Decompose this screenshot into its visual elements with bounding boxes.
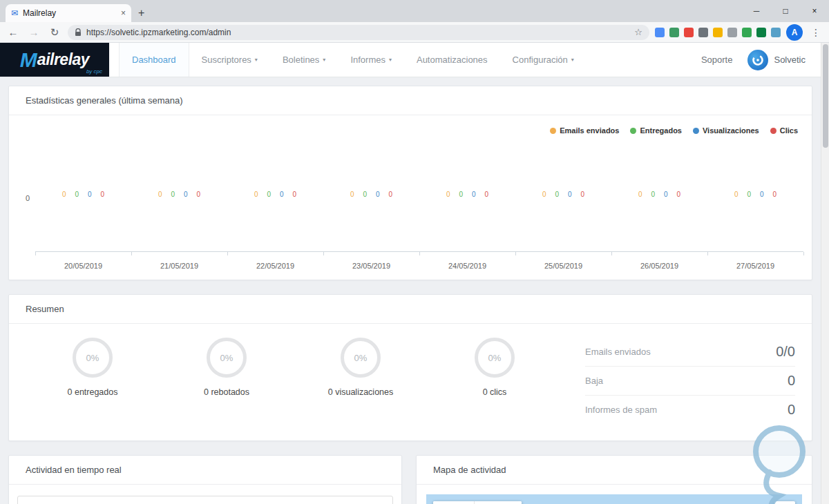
fullscreen-button[interactable] [774, 501, 795, 504]
stats-card: Estadísticas generales (última semana) E… [8, 86, 812, 280]
scrollbar-thumb[interactable] [823, 44, 828, 148]
axis-tick [131, 252, 132, 255]
stat-value: 0 [788, 373, 795, 389]
page-scrollbar[interactable] [821, 43, 829, 504]
solvetic-logo-icon [747, 50, 768, 70]
stat-label: Informes de spam [585, 405, 657, 415]
point-label-group: 0000 [35, 191, 131, 198]
point-value-label: 0 [747, 191, 751, 198]
stat-row-baja: Baja 0 [585, 367, 795, 396]
donut-entregados: 0% 0 entregados [26, 338, 160, 397]
point-value-label: 0 [171, 191, 175, 198]
nav-item-suscriptores[interactable]: Suscriptores▾ [189, 43, 270, 77]
account-button[interactable]: Solvetic [747, 50, 806, 70]
point-value-label: 0 [773, 191, 777, 198]
activity-card-title: Actividad en tiempo real [9, 456, 401, 485]
satellite-view-button[interactable]: Satélite [474, 501, 522, 504]
donut-percent: 0% [220, 353, 234, 363]
stat-value: 0/0 [776, 344, 795, 360]
extension-icon-6[interactable] [727, 28, 737, 37]
profile-avatar[interactable]: A [786, 24, 803, 41]
point-label-group: 0000 [515, 191, 611, 198]
dashboard-content: Estadísticas generales (última semana) E… [0, 77, 821, 504]
summary-stats: Emails enviados 0/0 Baja 0 Informes de s… [585, 338, 795, 424]
support-link[interactable]: Soporte [701, 55, 733, 65]
point-value-label: 0 [62, 191, 66, 198]
extension-icon-1[interactable] [655, 28, 665, 37]
point-value-label: 0 [376, 191, 380, 198]
address-bar[interactable]: https://solvetic.ipzmarketing.com/admin … [68, 25, 649, 40]
nav-item-label: Dashboard [132, 55, 176, 65]
browser-menu-icon[interactable]: ⋮ [808, 27, 823, 38]
activity-body: No hay actividad reciente. [9, 485, 401, 504]
extension-icon-9[interactable] [771, 28, 781, 37]
point-value-label: 0 [75, 191, 79, 198]
donut-ring: 0% [207, 338, 247, 378]
axis-tick [227, 252, 228, 255]
legend-label: Emails enviados [560, 126, 619, 135]
tab-close-icon[interactable]: × [121, 8, 126, 18]
y-axis-label: 0 [26, 194, 30, 202]
point-value-label: 0 [677, 191, 681, 198]
nav-item-dashboard[interactable]: Dashboard [119, 43, 189, 77]
map-view-button[interactable]: Mapa [433, 501, 474, 504]
summary-body: 0% 0 entregados 0% 0 rebotados 0% 0 visu… [9, 324, 812, 440]
donut-label: 0 visualizaciones [328, 387, 394, 397]
nav-item-automatizaciones[interactable]: Automatizaciones [404, 43, 500, 77]
point-value-label: 0 [485, 191, 489, 198]
x-axis-label: 24/05/2019 [419, 262, 515, 270]
donut-percent: 0% [488, 353, 502, 363]
extension-icon-2[interactable] [669, 28, 679, 37]
extension-icon-5[interactable] [713, 28, 723, 37]
mailrelay-logo[interactable]: Mailrelay by cpc [0, 43, 109, 77]
close-button[interactable]: × [800, 0, 829, 22]
new-tab-button[interactable]: + [138, 7, 144, 19]
minimize-button[interactable]: ─ [742, 0, 771, 22]
nav-item-boletines[interactable]: Boletines▾ [270, 43, 339, 77]
activity-map[interactable]: Mapa Satélite [426, 494, 802, 504]
axis-tick [35, 252, 36, 255]
donut-label: 0 clics [483, 387, 507, 397]
logo-m: M [20, 50, 37, 70]
donut-label: 0 entregados [68, 387, 118, 397]
window-controls: ─ □ × [742, 0, 829, 22]
legend-label: Entregados [640, 126, 682, 135]
back-button[interactable]: ← [6, 26, 21, 38]
forward-button[interactable]: → [26, 26, 41, 38]
legend-item-entregados[interactable]: Entregados [630, 126, 682, 135]
reload-button[interactable]: ↻ [47, 26, 62, 39]
maximize-button[interactable]: □ [771, 0, 800, 22]
tab-title: Mailrelay [23, 8, 116, 18]
point-label-group: 0000 [323, 191, 419, 198]
legend-item-clics[interactable]: Clics [770, 126, 798, 135]
lock-icon[interactable] [75, 28, 82, 37]
extension-icon-4[interactable] [698, 28, 708, 37]
legend-item-emails-enviados[interactable]: Emails enviados [550, 126, 619, 135]
logo-byline: by cpc [86, 68, 102, 75]
axis-tick [707, 252, 708, 255]
browser-tab[interactable]: ✉ Mailrelay × [6, 4, 131, 22]
point-label-group: 0000 [611, 191, 707, 198]
extension-icon-8[interactable] [756, 28, 766, 37]
chevron-down-icon: ▾ [323, 57, 325, 63]
point-value-label: 0 [472, 191, 476, 198]
nav-item-configuracion[interactable]: Configuración▾ [500, 43, 587, 77]
x-axis-label: 21/05/2019 [131, 262, 227, 270]
bottom-row: Actividad en tiempo real No hay activida… [0, 455, 821, 504]
bookmark-star-icon[interactable]: ☆ [634, 27, 642, 37]
x-axis-label: 22/05/2019 [227, 262, 323, 270]
extension-icon-7[interactable] [742, 28, 752, 37]
point-value-label: 0 [459, 191, 463, 198]
donut-rebotados: 0% 0 rebotados [160, 338, 294, 397]
chevron-down-icon: ▾ [389, 57, 392, 63]
point-value-label: 0 [446, 191, 450, 198]
legend-item-visualizaciones[interactable]: Visualizaciones [693, 126, 759, 135]
point-value-label: 0 [350, 191, 354, 198]
chart-legend: Emails enviadosEntregadosVisualizaciones… [550, 126, 798, 135]
stat-label: Baja [585, 376, 603, 386]
nav-item-informes[interactable]: Informes▾ [338, 43, 404, 77]
point-value-label: 0 [197, 191, 201, 198]
map-body: Mapa Satélite [417, 485, 812, 504]
extension-icon-3[interactable] [684, 28, 694, 37]
point-value-label: 0 [389, 191, 393, 198]
